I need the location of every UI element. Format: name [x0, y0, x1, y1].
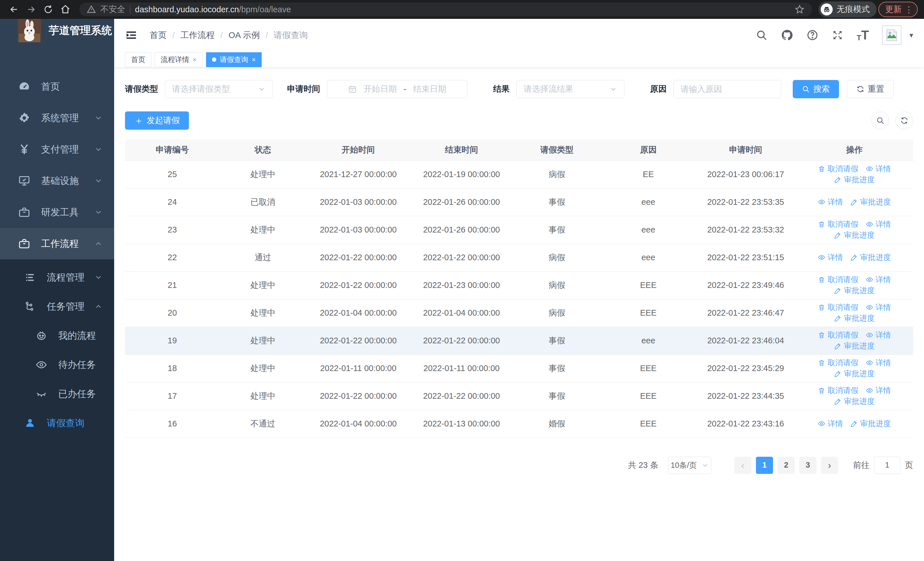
reason-input[interactable]	[674, 80, 782, 98]
browser-home-button[interactable]	[58, 2, 73, 17]
toggle-search-button[interactable]	[872, 112, 889, 129]
approval-progress-link[interactable]: 审批进度	[834, 341, 874, 351]
browser-menu-icon[interactable]: ⋮	[904, 5, 913, 15]
approval-progress-link[interactable]: 审批进度	[834, 396, 874, 406]
pen-icon	[834, 342, 842, 350]
cell-apply-id: 24	[125, 188, 219, 216]
github-icon[interactable]	[781, 29, 793, 41]
sidebar-item-payment[interactable]: 支付管理	[0, 134, 114, 165]
prev-page-button[interactable]: ‹	[734, 457, 752, 474]
update-label: 更新	[885, 4, 902, 15]
sidebar-collapse-icon[interactable]	[125, 29, 138, 41]
table-row: 23处理中2022-01-03 00:00:002022-01-26 00:00…	[125, 216, 913, 244]
cell-start-time: 2022-01-22 00:00:00	[306, 327, 410, 355]
sidebar-item-process-management[interactable]: 流程管理	[0, 263, 114, 292]
sidebar-item-system[interactable]: 系统管理	[0, 102, 114, 134]
cell-reason: eee	[601, 327, 695, 355]
search-button[interactable]: 搜索	[793, 80, 839, 98]
sidebar-item-task-management[interactable]: 任务管理	[0, 292, 114, 321]
cell-start-time: 2022-01-04 00:00:00	[306, 410, 410, 438]
cell-apply-time: 2022-01-22 23:44:35	[696, 382, 796, 410]
create-leave-button[interactable]: ＋ 发起请假	[125, 111, 189, 130]
help-icon[interactable]	[806, 29, 818, 41]
browser-forward-button[interactable]	[23, 2, 39, 17]
cell-reason: EEE	[601, 355, 695, 382]
approval-progress-link[interactable]: 审批进度	[834, 313, 874, 323]
goto-page-input[interactable]	[874, 457, 900, 474]
page-size-select[interactable]: 10条/页	[668, 457, 711, 474]
reset-button[interactable]: 重置	[847, 80, 894, 98]
close-icon[interactable]: ×	[193, 56, 196, 64]
cancel-leave-link[interactable]: 取消请假	[818, 358, 858, 368]
cancel-leave-link[interactable]: 取消请假	[818, 164, 858, 174]
sidebar-item-devtools[interactable]: 研发工具	[0, 197, 114, 228]
approval-progress-link[interactable]: 审批进度	[850, 252, 891, 263]
cell-leave-type: 事假	[513, 216, 601, 244]
detail-link[interactable]: 详情	[818, 418, 843, 429]
briefcase-icon	[18, 206, 31, 218]
close-icon[interactable]: ×	[252, 56, 256, 64]
browser-update-button[interactable]: 更新 ⋮	[878, 2, 918, 17]
sidebar-item-home[interactable]: 首页	[0, 71, 114, 102]
page-button-2[interactable]: 2	[778, 457, 795, 474]
app-logo-row[interactable]: 芋道管理系统	[0, 19, 114, 42]
date-range-picker[interactable]: 开始日期 - 结束日期	[327, 80, 467, 98]
approval-progress-link[interactable]: 审批进度	[834, 285, 874, 296]
detail-link[interactable]: 详情	[866, 164, 891, 174]
fullscreen-icon[interactable]	[831, 29, 843, 41]
breadcrumb-separator: /	[266, 30, 268, 40]
sidebar-item-infrastructure[interactable]: 基础设施	[0, 165, 114, 197]
leave-type-select[interactable]: 请选择请假类型	[165, 80, 273, 98]
sidebar-item-todo-tasks[interactable]: 待办任务	[0, 350, 114, 379]
avatar[interactable]	[882, 26, 902, 45]
cancel-leave-link[interactable]: 取消请假	[818, 302, 858, 313]
detail-link[interactable]: 详情	[866, 358, 891, 368]
page-button-1[interactable]: 1	[756, 457, 773, 474]
detail-link[interactable]: 详情	[866, 385, 891, 396]
tab-leave-query[interactable]: 请假查询 ×	[206, 52, 262, 67]
sidebar-item-workflow[interactable]: 工作流程	[0, 228, 114, 259]
detail-link[interactable]: 详情	[818, 252, 843, 263]
search-icon[interactable]	[756, 29, 768, 41]
browser-back-button[interactable]	[6, 2, 22, 17]
approval-progress-link[interactable]: 审批进度	[850, 418, 891, 429]
browser-reload-button[interactable]	[40, 2, 56, 17]
sidebar-item-label: 待办任务	[58, 358, 96, 371]
approval-progress-link[interactable]: 审批进度	[850, 197, 891, 207]
breadcrumb-oa-example[interactable]: OA 示例	[229, 29, 260, 41]
tab-home[interactable]: 首页	[125, 52, 151, 67]
sidebar-item-my-process[interactable]: 我的流程	[0, 321, 114, 350]
cancel-leave-link[interactable]: 取消请假	[818, 219, 858, 229]
sidebar-item-done-tasks[interactable]: 已办任务	[0, 379, 114, 409]
bookmark-star-icon[interactable]	[795, 4, 805, 15]
cell-end-time: 2022-01-26 00:00:00	[410, 216, 513, 244]
detail-link[interactable]: 详情	[866, 275, 891, 285]
chevron-down-icon	[94, 273, 103, 282]
detail-link[interactable]: 详情	[866, 330, 891, 340]
next-page-button[interactable]: ›	[821, 457, 838, 474]
breadcrumb-workflow[interactable]: 工作流程	[180, 29, 214, 41]
cancel-leave-link[interactable]: 取消请假	[818, 275, 858, 285]
breadcrumb-home[interactable]: 首页	[150, 29, 166, 41]
cancel-leave-link[interactable]: 取消请假	[818, 330, 858, 340]
cell-apply-time: 2022-01-22 23:46:04	[696, 327, 796, 355]
detail-link[interactable]: 详情	[866, 219, 891, 229]
font-size-icon[interactable]: TT	[856, 29, 869, 41]
cell-apply-id: 16	[125, 410, 219, 438]
cancel-leave-link[interactable]: 取消请假	[818, 385, 858, 396]
approval-progress-link[interactable]: 审批进度	[834, 368, 874, 379]
approval-progress-link[interactable]: 审批进度	[834, 174, 874, 185]
result-select[interactable]: 请选择流结果	[516, 80, 624, 98]
tab-process-detail[interactable]: 流程详情 ×	[154, 52, 202, 67]
refresh-table-button[interactable]	[896, 112, 913, 129]
detail-link[interactable]: 详情	[818, 197, 843, 207]
page-button-3[interactable]: 3	[799, 457, 816, 474]
cell-actions: 取消请假详情审批进度	[796, 216, 913, 244]
eye-icon	[866, 221, 873, 228]
sidebar-item-leave-query[interactable]: 请假查询	[0, 409, 114, 438]
avatar-caret-icon[interactable]: ▾	[909, 31, 913, 40]
cell-leave-type: 病假	[513, 271, 601, 299]
detail-link[interactable]: 详情	[866, 302, 891, 313]
address-bar[interactable]: 不安全 dashboard.yudao.iocoder.cn/bpm/oa/le…	[80, 3, 812, 16]
approval-progress-link[interactable]: 审批进度	[834, 230, 874, 240]
